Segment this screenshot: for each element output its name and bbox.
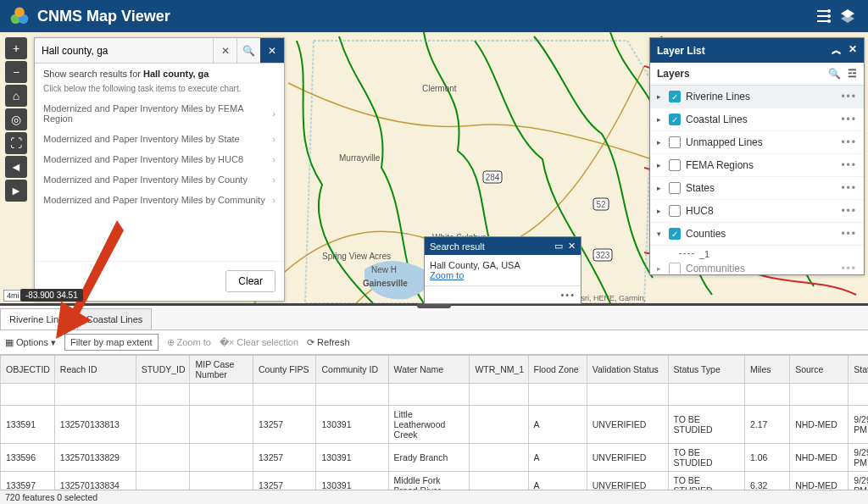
options-menu[interactable]: ▦ Options ▾: [5, 337, 56, 348]
attribute-grid-scroll[interactable]: OBJECTIDReach IDSTUDY_IDMIP Case NumberC…: [0, 355, 868, 490]
clear-selection-button[interactable]: �×Clear selection: [220, 337, 298, 348]
popup-more-icon[interactable]: •••: [560, 290, 576, 300]
chevron-right-icon: ›: [272, 154, 275, 164]
fullscreen-button[interactable]: ⛶: [5, 132, 27, 154]
table-cell: Erady Branch: [388, 444, 470, 472]
search-input[interactable]: [35, 39, 213, 63]
column-header[interactable]: OBJECTID: [1, 356, 55, 384]
refresh-button[interactable]: ⟳ Refresh: [307, 337, 350, 348]
expand-caret-icon[interactable]: ▸: [657, 138, 664, 147]
search-clear-button[interactable]: Clear: [225, 270, 275, 292]
column-header[interactable]: STUDY_ID: [136, 356, 190, 384]
layer-more-icon[interactable]: •••: [841, 159, 857, 171]
column-header[interactable]: Reach ID: [54, 356, 136, 384]
tab-coastal-lines[interactable]: Coastal Lines: [77, 308, 153, 330]
header-legend-icon[interactable]: [812, 4, 836, 28]
layer-row-riverine-lines[interactable]: ▸✓Riverine Lines•••: [650, 86, 864, 108]
layer-row-states[interactable]: ▸States•••: [650, 177, 864, 200]
column-header[interactable]: Status Type: [668, 356, 744, 384]
layer-checkbox[interactable]: [669, 159, 681, 171]
layer-checkbox[interactable]: [669, 136, 681, 148]
layer-row-communities[interactable]: ▸Communities•••: [650, 263, 864, 274]
zoom-to-button[interactable]: ⊕ Zoom to: [167, 337, 211, 348]
layer-checkbox[interactable]: [669, 182, 681, 194]
column-header[interactable]: Flood Zone: [528, 356, 587, 384]
chart-task-item[interactable]: Modernized and Paper Inventory Miles by …: [35, 129, 284, 149]
layer-list-close-icon[interactable]: ✕: [849, 43, 857, 58]
filter-by-extent-button[interactable]: Filter by map extent: [64, 334, 159, 351]
column-header[interactable]: WTR_NM_1: [470, 356, 528, 384]
table-cell: 6.32: [744, 472, 789, 490]
layer-more-icon[interactable]: •••: [841, 228, 857, 240]
popup-close-icon[interactable]: ✕: [568, 241, 576, 252]
expand-caret-icon[interactable]: ▸: [657, 184, 664, 192]
column-header[interactable]: County FIPS: [253, 356, 316, 384]
locate-button[interactable]: ◎: [5, 108, 27, 130]
search-hint[interactable]: Show search results for Hall county, ga: [35, 64, 284, 84]
prev-extent-button[interactable]: ◄: [5, 156, 27, 178]
layer-checkbox[interactable]: ✓: [669, 91, 681, 102]
table-cell: 132570133834: [54, 472, 136, 490]
layer-row-coastal-lines[interactable]: ▸✓Coastal Lines•••: [650, 108, 864, 131]
column-header[interactable]: Stat✚: [849, 356, 868, 384]
layer-search-icon[interactable]: 🔍: [828, 68, 841, 80]
table-row[interactable]: 13359113257013381313257130391Little Leat…: [1, 406, 869, 444]
layer-more-icon[interactable]: •••: [841, 205, 857, 217]
layer-filter-icon[interactable]: ☲: [848, 68, 857, 80]
search-panel-close[interactable]: ✕: [260, 38, 284, 63]
expand-caret-icon[interactable]: ▸: [657, 207, 664, 215]
search-clear-icon[interactable]: ✕: [213, 39, 236, 63]
chart-task-item[interactable]: Modernized and Paper Inventory Miles by …: [35, 149, 284, 169]
chart-task-item[interactable]: Modernized and Paper Inventory Miles by …: [35, 169, 284, 190]
app-title: CNMS Map Viewer: [37, 8, 812, 25]
sublayer-item[interactable]: _1: [650, 246, 864, 263]
expand-caret-icon[interactable]: ▾: [657, 230, 664, 238]
layer-checkbox[interactable]: [669, 205, 681, 217]
layer-row-huc8[interactable]: ▸HUC8•••: [650, 200, 864, 223]
svg-text:284: 284: [486, 173, 500, 182]
svg-text:323: 323: [596, 251, 610, 260]
search-result-zoom-link[interactable]: Zoom to: [430, 270, 464, 280]
layer-row-counties[interactable]: ▾✓Counties•••: [650, 223, 864, 246]
zoom-in-button[interactable]: +: [5, 37, 27, 59]
layer-checkbox[interactable]: ✓: [669, 228, 681, 240]
home-button[interactable]: ⌂: [5, 85, 27, 107]
layer-more-icon[interactable]: •••: [841, 114, 857, 125]
chart-task-item[interactable]: Modernized and Paper Inventory Miles by …: [35, 190, 284, 210]
table-row[interactable]: 13359613257013382913257130391Erady Branc…: [1, 444, 869, 472]
table-cell: [470, 472, 528, 490]
column-header[interactable]: Water Name: [388, 356, 470, 384]
table-cell: [136, 406, 190, 444]
column-header[interactable]: Miles: [744, 356, 789, 384]
map-area[interactable]: Clermont Murrayville White Sulphur Sprin…: [0, 32, 868, 303]
table-row[interactable]: [1, 384, 869, 406]
expand-caret-icon[interactable]: ▸: [657, 115, 664, 124]
layer-more-icon[interactable]: •••: [841, 91, 857, 102]
table-cell: [190, 444, 253, 472]
column-header[interactable]: Community ID: [316, 356, 388, 384]
layer-more-icon[interactable]: •••: [841, 136, 857, 148]
table-cell: A: [528, 406, 587, 444]
chart-task-label: Modernized and Paper Inventory Miles by …: [43, 103, 272, 124]
search-submit-icon[interactable]: 🔍: [236, 39, 260, 63]
tab-riverine-lines[interactable]: Riverine Lines: [0, 308, 78, 330]
popup-dock-icon[interactable]: ▭: [554, 241, 563, 252]
column-header[interactable]: MIP Case Number: [190, 356, 253, 384]
column-header[interactable]: Source: [790, 356, 849, 384]
next-extent-button[interactable]: ►: [5, 180, 27, 202]
layer-row-fema-regions[interactable]: ▸FEMA Regions•••: [650, 154, 864, 177]
expand-caret-icon[interactable]: ▸: [657, 92, 664, 101]
layer-label: Coastal Lines: [686, 114, 836, 125]
expand-caret-icon[interactable]: ▸: [657, 161, 664, 169]
layer-more-icon[interactable]: •••: [841, 182, 857, 194]
chart-task-item[interactable]: Modernized and Paper Inventory Miles by …: [35, 98, 284, 129]
table-cell: 133591: [1, 406, 55, 444]
header-layers-icon[interactable]: [836, 4, 860, 28]
table-row[interactable]: 13359713257013383413257130391Middle Fork…: [1, 472, 869, 490]
layer-list-collapse-icon[interactable]: ︽: [832, 43, 842, 58]
zoom-out-button[interactable]: −: [5, 61, 27, 83]
layer-label: Riverine Lines: [686, 91, 836, 102]
layer-row-unmapped-lines[interactable]: ▸Unmapped Lines•••: [650, 131, 864, 154]
column-header[interactable]: Validation Status: [587, 356, 668, 384]
layer-checkbox[interactable]: ✓: [669, 114, 681, 125]
